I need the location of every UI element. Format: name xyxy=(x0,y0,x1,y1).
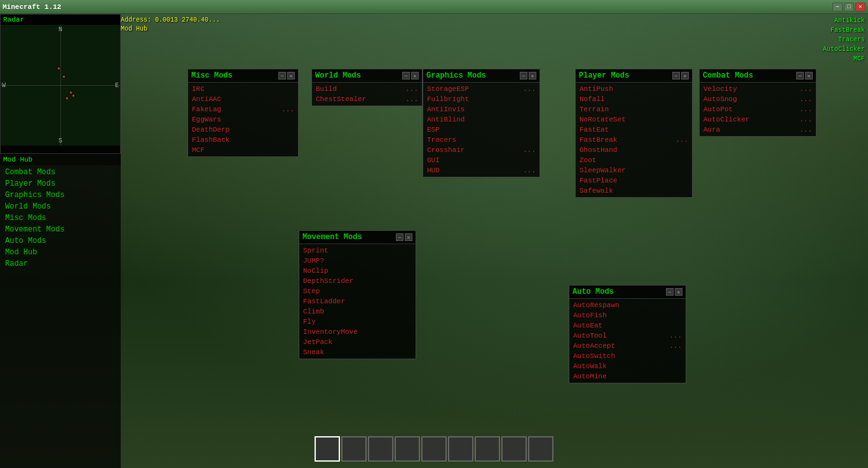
auto-item-autotool[interactable]: AutoTool ... xyxy=(569,331,686,341)
sidebar-item-misc-mods[interactable]: Misc Mods xyxy=(0,212,121,224)
world-item-build[interactable]: Build ... xyxy=(312,84,422,94)
movement-mods-body: Sprint JUMP? NoClip DepthStrider Step Fa… xyxy=(299,244,416,359)
sidebar-item-auto-mods[interactable]: Auto Mods xyxy=(0,235,121,247)
misc-item-antiaac[interactable]: AntiAAC xyxy=(188,94,298,104)
sidebar-item-radar[interactable]: Radar xyxy=(0,258,121,270)
minimize-button[interactable]: ─ xyxy=(832,3,843,11)
misc-item-deathderp[interactable]: DeathDerp xyxy=(188,125,298,135)
graphics-item-antiinvis[interactable]: AntiInvis xyxy=(423,104,539,114)
player-item-nofall[interactable]: Nofall xyxy=(576,94,692,104)
player-item-safewalk[interactable]: Safewalk xyxy=(576,186,692,196)
window-title: Minecraft 1.12 xyxy=(3,3,61,11)
movement-item-jetpack[interactable]: JetPack xyxy=(299,337,416,347)
auto-item-autoeat[interactable]: AutoEat xyxy=(569,320,686,331)
graphics-mods-close[interactable]: ✕ xyxy=(529,72,536,79)
graphics-item-hud[interactable]: HUD ... xyxy=(423,165,539,176)
misc-mods-minimize[interactable]: ─ xyxy=(278,72,286,79)
world-mods-minimize[interactable]: ─ xyxy=(402,72,410,79)
auto-item-autoswitch[interactable]: AutoSwitch xyxy=(569,351,686,361)
auto-mods-header: Auto Mods ─ ✕ xyxy=(569,286,686,299)
graphics-item-fullbright[interactable]: Fullbright xyxy=(423,94,539,104)
movement-item-fly[interactable]: Fly xyxy=(299,317,416,327)
auto-item-autoaccept[interactable]: AutoAccept ... xyxy=(569,341,686,351)
graphics-item-tracers[interactable]: Tracers xyxy=(423,135,539,145)
hotbar-slot-8[interactable] xyxy=(501,436,527,462)
combat-item-aura[interactable]: Aura ... xyxy=(700,125,816,135)
world-item-cheststealer[interactable]: ChestStealer ... xyxy=(312,94,422,104)
player-item-terrain[interactable]: Terrain xyxy=(576,104,692,114)
restore-button[interactable]: □ xyxy=(844,3,854,11)
radar-panel: Radar N S W E xyxy=(0,14,121,154)
auto-mods-panel: Auto Mods ─ ✕ AutoRespawn AutoFish AutoE… xyxy=(569,285,686,383)
graphics-mods-minimize[interactable]: ─ xyxy=(520,72,527,79)
movement-item-noclip[interactable]: NoClip xyxy=(299,266,416,276)
player-item-norotateset[interactable]: NoRotateSet xyxy=(576,114,692,125)
movement-item-sprint[interactable]: Sprint xyxy=(299,245,416,256)
graphics-item-crosshair[interactable]: Crosshair ... xyxy=(423,145,539,155)
auto-item-autowalk[interactable]: AutoWalk xyxy=(569,361,686,371)
hotbar-slot-5[interactable] xyxy=(421,436,447,462)
misc-mods-controls: ─ ✕ xyxy=(278,72,295,79)
player-item-sleepwalker[interactable]: SleepWalker xyxy=(576,165,692,176)
movement-item-depthstrider[interactable]: DepthStrider xyxy=(299,276,416,286)
movement-item-climb[interactable]: Climb xyxy=(299,306,416,317)
hotbar-slot-6[interactable] xyxy=(448,436,473,462)
graphics-item-antiblind[interactable]: AntiBlind xyxy=(423,114,539,125)
movement-item-sneak[interactable]: Sneak xyxy=(299,347,416,357)
player-mods-close[interactable]: ✕ xyxy=(681,72,689,79)
world-mods-close[interactable]: ✕ xyxy=(411,72,419,79)
auto-item-autorespawn[interactable]: AutoRespawn xyxy=(569,300,686,310)
movement-mods-controls: ─ ✕ xyxy=(396,233,412,241)
misc-item-irc[interactable]: IRC xyxy=(188,84,298,94)
sidebar-item-combat-mods[interactable]: Combat Mods xyxy=(0,167,121,178)
movement-mods-minimize[interactable]: ─ xyxy=(396,233,403,241)
combat-mods-header: Combat Mods ─ ✕ xyxy=(700,69,816,83)
movement-mods-close[interactable]: ✕ xyxy=(405,233,412,241)
movement-item-step[interactable]: Step xyxy=(299,286,416,296)
hotbar-slot-3[interactable] xyxy=(368,436,393,462)
hotbar-slot-7[interactable] xyxy=(475,436,500,462)
misc-item-mcf[interactable]: MCF xyxy=(188,145,298,155)
hotbar-slot-2[interactable] xyxy=(341,436,367,462)
graphics-item-gui[interactable]: GUI xyxy=(423,155,539,165)
player-item-fastplace[interactable]: FastPlace xyxy=(576,176,692,186)
misc-mods-close[interactable]: ✕ xyxy=(287,72,295,79)
combat-item-autopot[interactable]: AutoPot ... xyxy=(700,104,816,114)
hotbar-slot-9[interactable] xyxy=(528,436,553,462)
sidebar-item-world-mods[interactable]: World Mods xyxy=(0,201,121,212)
combat-item-autosnog[interactable]: AutoSnog ... xyxy=(700,94,816,104)
combat-item-autoclicker[interactable]: AutoClicker ... xyxy=(700,114,816,125)
movement-item-fastladder[interactable]: FastLadder xyxy=(299,296,416,306)
modhub-title: Mod Hub xyxy=(0,154,121,165)
sidebar-item-player-mods[interactable]: Player Mods xyxy=(0,178,121,189)
player-item-antipush[interactable]: AntiPush xyxy=(576,84,692,94)
misc-item-flashback[interactable]: FlashBack xyxy=(188,135,298,145)
player-item-ghosthand[interactable]: GhostHand xyxy=(576,145,692,155)
combat-item-velocity[interactable]: Velocity ... xyxy=(700,84,816,94)
movement-item-inventorymove[interactable]: InventoryMove xyxy=(299,327,416,337)
graphics-item-esp[interactable]: ESP xyxy=(423,125,539,135)
movement-mods-panel: Movement Mods ─ ✕ Sprint JUMP? NoClip De… xyxy=(299,230,416,359)
hotbar-slot-4[interactable] xyxy=(395,436,420,462)
player-mods-minimize[interactable]: ─ xyxy=(672,72,680,79)
misc-mods-header: Misc Mods ─ ✕ xyxy=(188,69,298,83)
movement-item-jump[interactable]: JUMP? xyxy=(299,256,416,266)
active-mod-4: AutoClicker xyxy=(823,45,865,54)
hotbar-slot-1[interactable] xyxy=(315,436,340,462)
player-item-fastbreak[interactable]: FastBreak ... xyxy=(576,135,692,145)
player-item-zoot[interactable]: Zoot xyxy=(576,155,692,165)
misc-item-fakelag[interactable]: FakeLag ... xyxy=(188,104,298,114)
close-button[interactable]: ✕ xyxy=(855,3,865,11)
auto-item-autofish[interactable]: AutoFish xyxy=(569,310,686,320)
combat-mods-minimize[interactable]: ─ xyxy=(796,72,804,79)
sidebar-item-movement-mods[interactable]: Movement Mods xyxy=(0,224,121,235)
sidebar-item-mod-hub[interactable]: Mod Hub xyxy=(0,247,121,258)
misc-item-eggwars[interactable]: EggWars xyxy=(188,114,298,125)
graphics-item-storageesp[interactable]: StorageESP ... xyxy=(423,84,539,94)
player-item-fasteat[interactable]: FastEat xyxy=(576,125,692,135)
auto-mods-minimize[interactable]: ─ xyxy=(666,288,674,296)
sidebar-item-graphics-mods[interactable]: Graphics Mods xyxy=(0,189,121,201)
auto-mods-close[interactable]: ✕ xyxy=(675,288,682,296)
combat-mods-close[interactable]: ✕ xyxy=(805,72,813,79)
auto-item-automine[interactable]: AutoMine xyxy=(569,371,686,382)
